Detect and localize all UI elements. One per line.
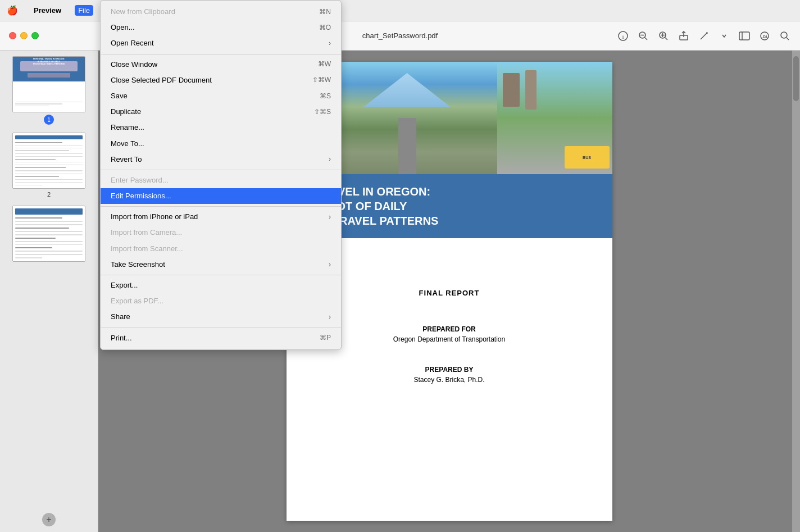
svg-point-14: [781, 32, 787, 38]
menu-save[interactable]: Save ⌘S: [101, 88, 341, 104]
prepared-for-label: PREPARED FOR: [309, 325, 590, 333]
menu-export-pdf[interactable]: Export as PDF...: [101, 293, 341, 309]
menu-separator-3: [101, 206, 341, 207]
menu-new-from-clipboard[interactable]: New from Clipboard ⌘N: [101, 4, 341, 20]
menu-separator-1: [101, 54, 341, 54]
pdf-banner-title: AL TRAVEL IN OREGON:NAPSHOT OF DAILYHOLD…: [298, 184, 601, 228]
svg-rect-11: [739, 32, 749, 40]
sidebar-toggle-icon[interactable]: [738, 30, 751, 42]
zoom-out-icon[interactable]: [637, 30, 649, 42]
app-name[interactable]: Preview: [30, 5, 65, 16]
final-report-label: FINAL REPORT: [309, 289, 590, 297]
svg-text:i: i: [622, 33, 624, 39]
menu-share[interactable]: Share ›: [101, 309, 341, 325]
sidebar: PERSONAL TRAVEL IN OREGON:A SNAPSHOT OF …: [0, 51, 98, 532]
close-button[interactable]: [9, 32, 16, 39]
info-icon[interactable]: i: [617, 30, 629, 42]
chevron-down-icon[interactable]: [718, 30, 730, 42]
pdf-scrollbar-thumb[interactable]: [793, 56, 799, 101]
add-page-button[interactable]: +: [42, 513, 56, 526]
prepared-by-label: PREPARED BY: [309, 366, 590, 374]
menu-file[interactable]: File: [75, 5, 93, 16]
zoom-in-icon[interactable]: [657, 30, 670, 42]
share-icon[interactable]: [678, 30, 690, 42]
page-3-toc: [13, 206, 85, 261]
svg-line-10: [701, 33, 707, 39]
menu-open[interactable]: Open... ⌘O: [101, 20, 341, 35]
menu-separator-5: [101, 328, 341, 328]
menu-print[interactable]: Print... ⌘P: [101, 330, 341, 346]
menu-duplicate[interactable]: Duplicate ⇧⌘S: [101, 104, 341, 120]
menu-revert-to[interactable]: Revert To ›: [101, 152, 341, 167]
page-2-thumbnail: [12, 133, 85, 189]
menu-move-to[interactable]: Move To...: [101, 136, 341, 152]
menu-import-iphone[interactable]: Import from iPhone or iPad ›: [101, 209, 341, 225]
menu-separator-2: [101, 170, 341, 170]
file-menu-panel: New from Clipboard ⌘N Open... ⌘O Open Re…: [100, 0, 342, 350]
sidebar-page-1[interactable]: PERSONAL TRAVEL IN OREGON:A SNAPSHOT OF …: [4, 56, 93, 125]
menu-edit-permissions[interactable]: Edit Permissions...: [101, 188, 341, 204]
search-icon[interactable]: [779, 30, 791, 42]
traffic-lights: [9, 32, 39, 39]
author-name: Stacey G. Bricka, Ph.D.: [309, 376, 590, 384]
menu-separator-4: [101, 275, 341, 275]
menu-import-scanner[interactable]: Import from Scanner...: [101, 241, 341, 257]
page-2-label: 2: [47, 191, 51, 198]
page-1-thumbnail: PERSONAL TRAVEL IN OREGON:A SNAPSHOT OF …: [12, 56, 85, 112]
svg-line-4: [645, 38, 647, 40]
prepared-for-org: Oregon Department of Transportation: [309, 335, 590, 343]
svg-line-8: [665, 38, 667, 40]
menu-close-window[interactable]: Close Window ⌘W: [101, 57, 341, 72]
menu-rename[interactable]: Rename...: [101, 120, 341, 135]
menu-close-pdf[interactable]: Close Selected PDF Document ⇧⌘W: [101, 72, 341, 88]
fullscreen-button[interactable]: [31, 32, 39, 39]
svg-line-15: [787, 38, 789, 40]
menu-import-camera[interactable]: Import from Camera...: [101, 225, 341, 240]
apple-menu[interactable]: 🍎: [7, 5, 18, 16]
page-3-thumbnail: [12, 206, 85, 262]
menu-export[interactable]: Export...: [101, 278, 341, 293]
page-1-badge: 1: [44, 115, 54, 125]
page-2-toc: [13, 133, 85, 188]
sidebar-page-2[interactable]: 2: [4, 133, 93, 198]
sidebar-page-3[interactable]: [4, 206, 93, 262]
markup-icon[interactable]: [758, 30, 771, 42]
minimize-button[interactable]: [20, 32, 28, 39]
document-title: chart_SetPassword.pdf: [362, 31, 438, 40]
pdf-scrollbar[interactable]: [792, 51, 800, 532]
menu-take-screenshot[interactable]: Take Screenshot ›: [101, 257, 341, 272]
annotate-icon[interactable]: [698, 30, 710, 42]
menu-enter-password[interactable]: Enter Password...: [101, 172, 341, 188]
toolbar-icons: i: [617, 30, 791, 42]
menu-open-recent[interactable]: Open Recent ›: [101, 35, 341, 51]
